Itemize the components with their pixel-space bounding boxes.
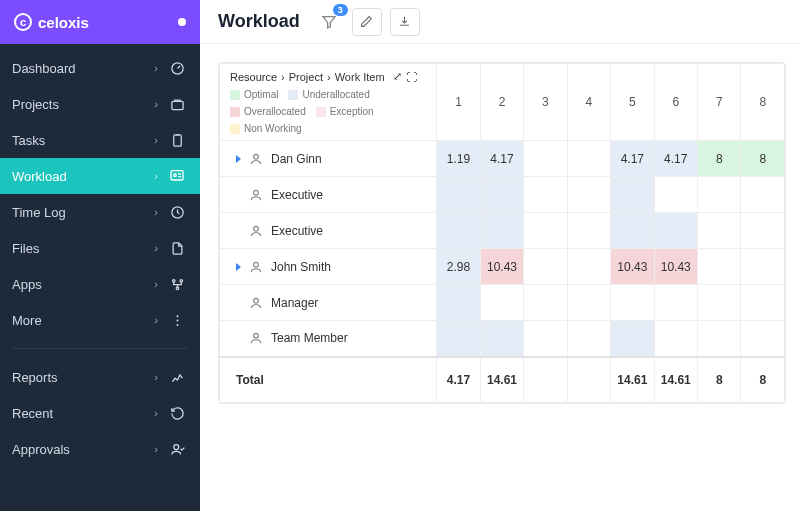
resource-cell[interactable]: Team Member <box>220 321 437 357</box>
sidebar-item-files[interactable]: Files › <box>0 230 200 266</box>
sidebar: Dashboard › Projects › Tasks › Workload … <box>0 44 200 511</box>
total-cell: 14.61 <box>480 357 523 403</box>
col-header: 8 <box>741 64 785 141</box>
person-icon <box>249 188 263 202</box>
sidebar-item-reports[interactable]: Reports › <box>0 359 200 395</box>
workload-cell: 10.43 <box>480 249 523 285</box>
workload-cell <box>567 177 610 213</box>
sidebar-item-recent[interactable]: Recent › <box>0 395 200 431</box>
chevron-right-icon: › <box>154 314 158 326</box>
table-row: Team Member <box>220 321 785 357</box>
collapse-icon[interactable]: ⤢ <box>393 70 402 83</box>
svg-point-8 <box>176 287 179 290</box>
expand-icon[interactable]: ⛶ <box>406 71 417 83</box>
download-button[interactable] <box>390 8 420 36</box>
sidebar-item-icon <box>166 57 188 79</box>
workload-cell <box>611 213 654 249</box>
table-row: John Smith 2.9810.4310.4310.43 <box>220 249 785 285</box>
workload-cell <box>524 249 567 285</box>
expand-triangle-icon[interactable] <box>236 155 241 163</box>
workload-cell <box>654 177 697 213</box>
workload-cell: 10.43 <box>611 249 654 285</box>
sidebar-item-icon <box>166 237 188 259</box>
legend-item: Overallocated <box>230 106 306 117</box>
workload-cell <box>524 141 567 177</box>
edit-button[interactable] <box>352 8 382 36</box>
workload-cell <box>437 177 480 213</box>
table-row: Manager <box>220 285 785 321</box>
workload-cell <box>437 213 480 249</box>
person-icon <box>249 331 263 345</box>
sidebar-item-label: Workload <box>12 169 154 184</box>
resource-cell[interactable]: John Smith <box>220 249 437 285</box>
workload-cell: 8 <box>698 141 741 177</box>
legend-item: Non Working <box>230 123 302 134</box>
svg-point-11 <box>176 323 178 325</box>
legend-item: Exception <box>316 106 374 117</box>
sidebar-item-dashboard[interactable]: Dashboard › <box>0 50 200 86</box>
svg-point-7 <box>180 279 183 282</box>
sidebar-item-icon <box>166 309 188 331</box>
sidebar-item-label: Tasks <box>12 133 154 148</box>
chevron-right-icon: › <box>154 98 158 110</box>
sidebar-item-tasks[interactable]: Tasks › <box>0 122 200 158</box>
resource-cell[interactable]: Executive <box>220 177 437 213</box>
resource-name: Executive <box>271 224 323 238</box>
sidebar-item-label: Dashboard <box>12 61 154 76</box>
svg-point-17 <box>254 298 259 303</box>
filter-button[interactable]: 3 <box>314 8 344 36</box>
workload-cell <box>741 285 785 321</box>
svg-rect-2 <box>173 134 181 145</box>
total-cell: 14.61 <box>654 357 697 403</box>
chevron-right-icon: › <box>154 170 158 182</box>
resource-cell[interactable]: Dan Ginn <box>220 141 437 177</box>
filter-badge: 3 <box>333 4 348 16</box>
chevron-right-icon: › <box>154 242 158 254</box>
sidebar-item-time-log[interactable]: Time Log › <box>0 194 200 230</box>
resource-cell[interactable]: Manager <box>220 285 437 321</box>
workload-cell <box>698 249 741 285</box>
pencil-icon <box>360 15 373 28</box>
sidebar-item-workload[interactable]: Workload › <box>0 158 200 194</box>
chevron-right-icon: › <box>154 371 158 383</box>
sidebar-item-icon <box>166 273 188 295</box>
sidebar-item-label: More <box>12 313 154 328</box>
person-icon <box>249 224 263 238</box>
legend-swatch <box>288 90 298 100</box>
sidebar-item-approvals[interactable]: Approvals › <box>0 431 200 467</box>
table-row: Executive <box>220 213 785 249</box>
workload-cell: 8 <box>741 141 785 177</box>
workload-cell <box>437 321 480 357</box>
chevron-right-icon: › <box>154 62 158 74</box>
expand-triangle-icon[interactable] <box>236 263 241 271</box>
workload-cell <box>567 141 610 177</box>
person-icon <box>249 296 263 310</box>
sidebar-item-icon <box>166 438 188 460</box>
workload-table: Resource›Project›Work Item ⤢ ⛶ OptimalUn… <box>219 63 785 403</box>
svg-point-4 <box>174 174 177 177</box>
svg-point-16 <box>254 262 259 267</box>
brand-logo-icon: c <box>14 13 32 31</box>
brand-name: celoxis <box>38 14 89 31</box>
legend-label: Optimal <box>244 89 278 100</box>
workload-cell: 4.17 <box>480 141 523 177</box>
col-header: 1 <box>437 64 480 141</box>
sidebar-item-more[interactable]: More › <box>0 302 200 338</box>
sidebar-item-icon <box>166 165 188 187</box>
workload-table-wrapper: Resource›Project›Work Item ⤢ ⛶ OptimalUn… <box>218 62 786 404</box>
sidebar-item-apps[interactable]: Apps › <box>0 266 200 302</box>
svg-point-18 <box>254 334 259 339</box>
workload-cell <box>480 285 523 321</box>
workload-cell <box>611 285 654 321</box>
sidebar-item-icon <box>166 93 188 115</box>
chevron-right-icon: › <box>154 278 158 290</box>
table-row: Executive <box>220 177 785 213</box>
sidebar-item-label: Recent <box>12 406 154 421</box>
resource-cell[interactable]: Executive <box>220 213 437 249</box>
workload-cell <box>698 321 741 357</box>
chevron-right-icon: › <box>154 443 158 455</box>
svg-point-10 <box>176 319 178 321</box>
workload-cell: 4.17 <box>654 141 697 177</box>
sidebar-item-projects[interactable]: Projects › <box>0 86 200 122</box>
download-icon <box>398 15 411 28</box>
